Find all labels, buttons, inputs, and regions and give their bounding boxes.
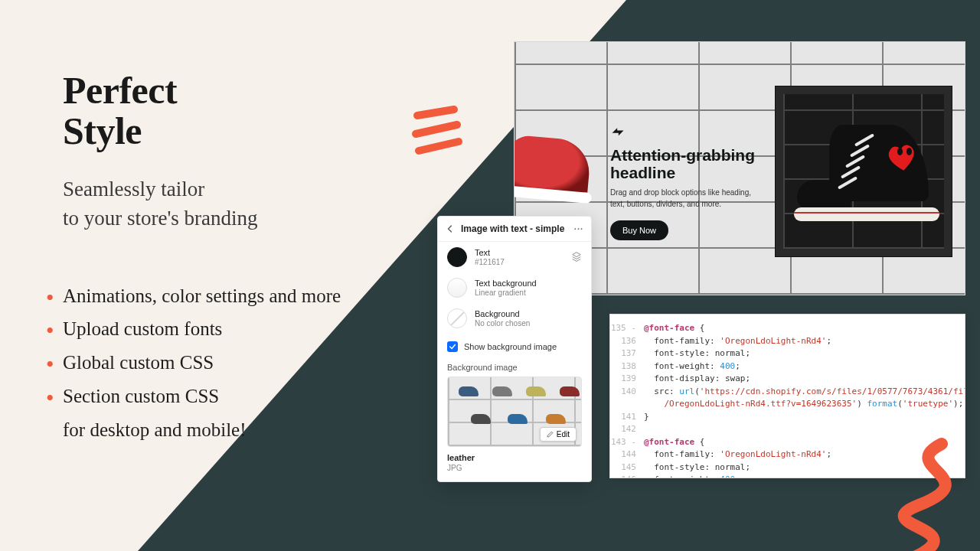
pencil-icon bbox=[547, 431, 554, 438]
color-row-background[interactable]: Background No color chosen bbox=[438, 303, 591, 334]
code-content: font-weight: 400; bbox=[644, 474, 740, 478]
banner-body-text: Drag and drop block options like heading… bbox=[610, 187, 763, 210]
line-number: 145 bbox=[610, 461, 644, 474]
line-number: 137 bbox=[610, 347, 644, 360]
brand-logo-icon bbox=[610, 125, 626, 140]
color-swatch-icon bbox=[447, 308, 467, 328]
code-content: font-weight: 400; bbox=[644, 360, 740, 373]
code-content bbox=[644, 423, 649, 436]
layers-icon[interactable] bbox=[571, 251, 582, 264]
line-number: 143 - bbox=[610, 436, 644, 449]
line-number: 136 bbox=[610, 335, 644, 348]
title-line-1: Perfect bbox=[63, 69, 177, 112]
code-content: /OregonLdoLight-nRd4.ttf?v=1649623635') … bbox=[644, 398, 963, 411]
code-content: font-display: swap; bbox=[644, 373, 750, 386]
line-number: 139 bbox=[610, 373, 644, 386]
list-item: Animations, color settings and more bbox=[63, 279, 415, 313]
edit-image-button[interactable]: Edit bbox=[540, 427, 577, 442]
list-item: Section custom CSS for desktop and mobil… bbox=[63, 380, 415, 447]
code-line[interactable]: 141} bbox=[610, 411, 965, 424]
code-content: src: url('https://cdn.shopify.com/s/file… bbox=[644, 386, 965, 399]
line-number: 146 bbox=[610, 474, 644, 478]
code-content: @font-face { bbox=[644, 322, 704, 335]
show-bg-image-toggle[interactable]: Show background image bbox=[438, 334, 591, 355]
code-line[interactable]: 140 src: url('https://cdn.shopify.com/s/… bbox=[610, 386, 965, 399]
line-number: 135 - bbox=[610, 322, 644, 335]
color-value: Linear gradient bbox=[475, 289, 537, 297]
line-number: 138 bbox=[610, 360, 644, 373]
product-image bbox=[775, 86, 952, 257]
back-icon[interactable] bbox=[446, 224, 456, 233]
bg-image-label: Background image bbox=[438, 355, 591, 377]
code-line[interactable]: 139 font-display: swap; bbox=[610, 373, 965, 386]
brush-accent-icon bbox=[408, 102, 469, 163]
color-label: Background bbox=[475, 309, 530, 319]
image-filename: leather bbox=[438, 447, 591, 462]
color-value: No color chosen bbox=[475, 319, 530, 328]
checkbox-label: Show background image bbox=[464, 342, 557, 351]
code-content: font-family: 'OregonLdoLight-nRd4'; bbox=[644, 335, 831, 348]
style-settings-panel: Image with text - simple ··· Text #12161… bbox=[437, 216, 592, 482]
color-row-text-bg[interactable]: Text background Linear gradient bbox=[438, 272, 591, 303]
color-swatch-icon bbox=[447, 247, 467, 267]
line-number: 141 bbox=[610, 411, 644, 424]
buy-now-button[interactable]: Buy Now bbox=[610, 220, 668, 240]
banner-headline: Attention-grabbing headline bbox=[610, 146, 763, 181]
feature-list: Animations, color settings and more Uplo… bbox=[63, 279, 415, 447]
color-value: #121617 bbox=[475, 258, 505, 266]
page-subtitle: Seamlessly tailor to your store's brandi… bbox=[63, 175, 415, 233]
color-label: Text background bbox=[475, 279, 537, 289]
background-image-thumbnail[interactable]: Edit bbox=[447, 377, 582, 447]
code-line[interactable]: 136 font-family: 'OregonLdoLight-nRd4'; bbox=[610, 335, 965, 348]
marketing-copy: Perfect Style Seamlessly tailor to your … bbox=[63, 70, 415, 446]
title-line-2: Style bbox=[63, 109, 142, 152]
line-number: 142 bbox=[610, 423, 644, 436]
list-item: Upload custom fonts bbox=[63, 312, 415, 346]
code-line[interactable]: 135 -@font-face { bbox=[610, 322, 965, 335]
image-filetype: JPG bbox=[438, 462, 591, 475]
code-content: font-style: normal; bbox=[644, 461, 750, 474]
line-number: 140 bbox=[610, 386, 644, 399]
list-item: Global custom CSS bbox=[63, 346, 415, 380]
code-line[interactable]: /OregonLdoLight-nRd4.ttf?v=1649623635') … bbox=[610, 398, 965, 411]
checkbox-checked-icon bbox=[447, 341, 458, 352]
code-line[interactable]: 142 bbox=[610, 423, 965, 436]
code-content: } bbox=[644, 411, 649, 424]
banner-text-block: Attention-grabbing headline Drag and dro… bbox=[610, 125, 763, 240]
color-label: Text bbox=[475, 248, 505, 258]
line-number: 144 bbox=[610, 448, 644, 461]
panel-title: Image with text - simple bbox=[456, 223, 574, 234]
code-content: font-style: normal; bbox=[644, 347, 750, 360]
line-number bbox=[610, 398, 644, 411]
panel-header: Image with text - simple ··· bbox=[438, 217, 591, 242]
code-content: font-family: 'OregonLdoLight-nRd4'; bbox=[644, 448, 831, 461]
more-options-icon[interactable]: ··· bbox=[574, 224, 583, 233]
code-line[interactable]: 138 font-weight: 400; bbox=[610, 360, 965, 373]
color-swatch-icon bbox=[447, 278, 467, 298]
squiggle-accent-icon bbox=[873, 436, 980, 551]
page-title: Perfect Style bbox=[63, 70, 415, 151]
sneaker-illustration bbox=[797, 125, 935, 224]
code-content: @font-face { bbox=[644, 436, 704, 449]
color-row-text[interactable]: Text #121617 bbox=[438, 242, 591, 272]
code-line[interactable]: 137 font-style: normal; bbox=[610, 347, 965, 360]
